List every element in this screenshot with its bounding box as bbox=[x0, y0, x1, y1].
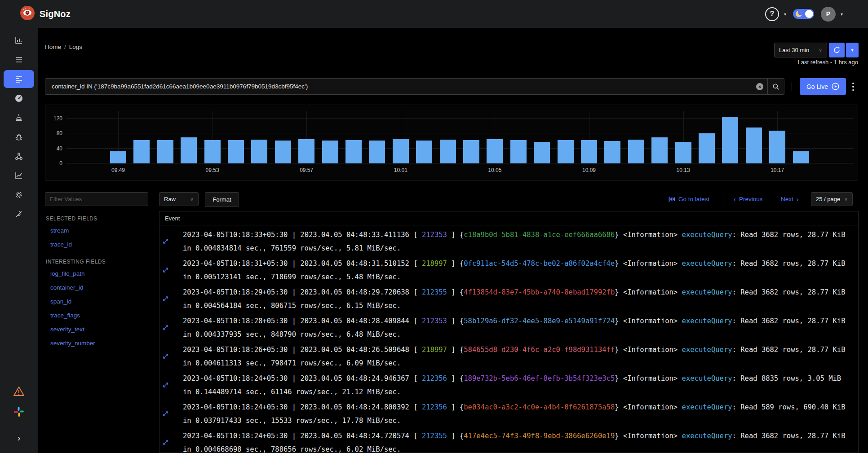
field-item-severity_number[interactable]: severity_number bbox=[46, 336, 154, 350]
help-caret-icon[interactable]: ▾ bbox=[784, 12, 786, 17]
page-size-select[interactable]: 25 / page ∨ bbox=[811, 192, 853, 206]
chart-bar[interactable] bbox=[487, 139, 503, 163]
search-icon bbox=[772, 83, 779, 90]
chevron-left-icon: ‹ bbox=[734, 195, 736, 203]
log-timestamp: 2023-04-05T10:18:24+05:30 bbox=[183, 374, 288, 383]
log-message: Read 3682 rows, 28.77 KiB bbox=[740, 432, 845, 440]
chart-bar[interactable] bbox=[157, 140, 173, 163]
previous-page-button[interactable]: ‹ Previous bbox=[734, 192, 763, 206]
chart-bar[interactable] bbox=[581, 140, 597, 163]
breadcrumb-current: Logs bbox=[69, 44, 82, 50]
go-live-button[interactable]: Go Live bbox=[800, 78, 846, 95]
log-row[interactable]: 2023-04-05T10:18:24+05:30 | 2023.04.05 0… bbox=[159, 427, 858, 453]
search-button[interactable] bbox=[767, 79, 784, 94]
field-item-log_file_path[interactable]: log_file_path bbox=[46, 267, 154, 281]
query-input[interactable]: container_id IN ('187c9ba99a6551fad2d61c… bbox=[45, 83, 756, 90]
chart-bar[interactable] bbox=[345, 140, 362, 163]
chart-bar[interactable] bbox=[275, 141, 291, 163]
chart-bar[interactable] bbox=[204, 140, 221, 163]
chart-bar[interactable] bbox=[651, 137, 668, 163]
chart-bar[interactable] bbox=[133, 140, 150, 163]
log-row[interactable]: 2023-04-05T10:18:29+05:30 | 2023.04.05 0… bbox=[159, 284, 858, 312]
expand-icon[interactable] bbox=[163, 295, 168, 303]
collapse-chevron-icon[interactable]: › bbox=[18, 433, 21, 443]
refresh-options-button[interactable]: ▾ bbox=[846, 43, 859, 57]
log-row[interactable]: 2023-04-05T10:18:24+05:30 | 2023.04.05 0… bbox=[159, 399, 858, 427]
chart-bar[interactable] bbox=[510, 140, 527, 163]
chart-bar[interactable] bbox=[675, 142, 691, 163]
nav-service-map[interactable] bbox=[4, 147, 34, 165]
more-options-icon[interactable] bbox=[849, 79, 857, 94]
nav-usage[interactable] bbox=[4, 167, 34, 185]
nav-traces[interactable] bbox=[4, 51, 34, 69]
field-item-stream[interactable]: stream bbox=[46, 224, 154, 237]
chart-bar[interactable] bbox=[416, 141, 432, 163]
field-item-severity_text[interactable]: severity_text bbox=[46, 322, 154, 336]
log-row[interactable]: 2023-04-05T10:18:28+05:30 | 2023.04.05 0… bbox=[159, 312, 858, 341]
go-to-latest-button[interactable]: Go to latest bbox=[669, 192, 709, 206]
nav-integrations[interactable] bbox=[4, 205, 34, 223]
time-range-select[interactable]: Last 30 min ∨ bbox=[774, 43, 827, 57]
chart-bar[interactable] bbox=[534, 142, 550, 163]
nav-dashboards[interactable] bbox=[4, 89, 34, 107]
chart-bar[interactable] bbox=[746, 128, 762, 163]
chart-bar[interactable] bbox=[181, 137, 197, 163]
log-row[interactable]: 2023-04-05T10:18:33+05:30 | 2023.04.05 0… bbox=[159, 226, 858, 255]
expand-icon[interactable] bbox=[163, 267, 168, 275]
chart-bar[interactable] bbox=[251, 140, 267, 163]
chart-bar[interactable] bbox=[440, 140, 456, 163]
nav-alerts[interactable] bbox=[4, 109, 34, 127]
chart-bar[interactable] bbox=[604, 141, 620, 163]
chart-bar[interactable] bbox=[110, 151, 126, 163]
filter-values-input[interactable]: Filter Values bbox=[45, 192, 148, 206]
chart-bar[interactable] bbox=[322, 141, 338, 163]
help-icon[interactable]: ? bbox=[765, 7, 779, 21]
clear-query-icon[interactable]: × bbox=[756, 83, 763, 90]
field-item-container_id[interactable]: container_id bbox=[46, 281, 154, 295]
field-item-span_id[interactable]: span_id bbox=[46, 295, 154, 308]
avatar[interactable]: P bbox=[821, 7, 836, 22]
chart-bar[interactable] bbox=[699, 133, 715, 163]
expand-icon[interactable] bbox=[163, 410, 168, 418]
expand-icon[interactable] bbox=[163, 353, 168, 361]
log-row[interactable]: 2023-04-05T10:18:26+05:30 | 2023.04.05 0… bbox=[159, 341, 858, 370]
nav-logs[interactable] bbox=[4, 70, 34, 88]
brand[interactable]: SigNoz bbox=[20, 5, 71, 22]
nav-services[interactable] bbox=[4, 31, 34, 49]
chart-bar[interactable] bbox=[793, 151, 809, 163]
log-inner-timestamp: 2023.04.05 04:48:26.509648 bbox=[300, 346, 409, 354]
log-row[interactable]: 2023-04-05T10:18:24+05:30 | 2023.04.05 0… bbox=[159, 370, 858, 399]
chart-bar[interactable] bbox=[369, 141, 385, 163]
chart-bar[interactable] bbox=[558, 140, 574, 163]
field-item-trace_id[interactable]: trace_id bbox=[46, 237, 154, 251]
log-row[interactable]: 2023-04-05T10:18:31+05:30 | 2023.04.05 0… bbox=[159, 255, 858, 284]
warning-icon[interactable] bbox=[13, 386, 25, 399]
chart-bar[interactable] bbox=[722, 117, 738, 163]
chart-bar[interactable] bbox=[228, 140, 244, 163]
chart-bar[interactable] bbox=[769, 131, 785, 163]
format-button[interactable]: Format bbox=[205, 192, 239, 207]
log-line-1: 2023-04-05T10:18:28+05:30 | 2023.04.05 0… bbox=[183, 315, 858, 328]
expand-icon[interactable] bbox=[163, 324, 168, 332]
user-menu-caret-icon[interactable]: ▾ bbox=[841, 12, 843, 17]
breadcrumb-home[interactable]: Home bbox=[45, 44, 61, 50]
selected-fields-title: SELECTED FIELDS bbox=[46, 216, 154, 222]
slack-icon[interactable] bbox=[13, 406, 25, 419]
dark-mode-toggle[interactable] bbox=[793, 9, 814, 19]
view-mode-select[interactable]: Raw ∨ bbox=[159, 192, 199, 206]
expand-icon[interactable] bbox=[163, 238, 168, 246]
next-page-button[interactable]: Next › bbox=[781, 192, 799, 206]
nav-settings[interactable] bbox=[4, 186, 34, 204]
expand-icon[interactable] bbox=[163, 382, 168, 390]
log-inner-timestamp: 2023.04.05 04:48:31.510152 bbox=[300, 259, 409, 268]
chart-bar[interactable] bbox=[628, 140, 644, 163]
field-item-trace_flags[interactable]: trace_flags bbox=[46, 308, 154, 322]
chart-bar[interactable] bbox=[298, 139, 314, 163]
log-line-2: in 0.004337935 sec., 848790 rows/sec., 6… bbox=[183, 328, 858, 342]
chart-bar[interactable] bbox=[393, 139, 409, 163]
expand-icon[interactable] bbox=[163, 439, 168, 447]
nav-exceptions[interactable] bbox=[4, 128, 34, 146]
refresh-button[interactable] bbox=[829, 43, 845, 57]
chart-bar[interactable] bbox=[463, 140, 479, 163]
query-search-bar[interactable]: container_id IN ('187c9ba99a6551fad2d61c… bbox=[45, 78, 784, 95]
